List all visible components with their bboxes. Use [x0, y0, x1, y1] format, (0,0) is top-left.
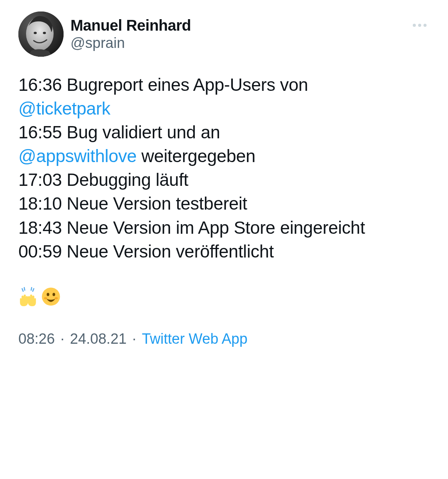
svg-point-2 [34, 32, 37, 34]
username[interactable]: @sprain [70, 35, 191, 51]
tweet-meta: 08:26 · 24.08.21 · Twitter Web App [18, 331, 430, 347]
tweet-line-2-suffix: weitergegeben [137, 146, 255, 166]
mention-appswithlove[interactable]: @appswithlove [18, 146, 137, 166]
tweet-header: Manuel Reinhard @sprain [18, 11, 430, 57]
raising-hands-icon [18, 287, 38, 306]
svg-point-4 [42, 287, 60, 305]
tweet-line-1-prefix: 16:36 Bugreport eines App-Users von [18, 75, 308, 95]
display-name[interactable]: Manuel Reinhard [70, 17, 191, 34]
tweet-text: 16:36 Bugreport eines App-Users von @tic… [18, 73, 430, 306]
tweet-container: Manuel Reinhard @sprain 16:36 Bugreport … [0, 0, 448, 359]
svg-point-6 [55, 297, 58, 299]
tweet-line-4: 18:10 Neue Version testbereit [18, 194, 247, 213]
tweet-line-3: 17:03 Debugging läuft [18, 170, 188, 190]
tweet-time[interactable]: 08:26 [18, 331, 55, 347]
emoji-row [18, 287, 430, 306]
svg-point-3 [43, 32, 46, 34]
user-names: Manuel Reinhard @sprain [70, 17, 191, 51]
tweet-line-2-prefix: 16:55 Bug validiert und an [18, 122, 220, 142]
meta-separator: · [127, 331, 142, 347]
tweet-source[interactable]: Twitter Web App [142, 331, 247, 347]
smiling-face-icon [41, 287, 60, 306]
ellipsis-icon [413, 24, 416, 27]
ellipsis-icon [418, 24, 421, 27]
tweet-line-6: 00:59 Neue Version veröffentlicht [18, 241, 274, 261]
avatar[interactable] [18, 11, 64, 57]
user-info[interactable]: Manuel Reinhard @sprain [18, 11, 191, 57]
tweet-line-5: 18:43 Neue Version im App Store eingerei… [18, 218, 365, 238]
avatar-image [18, 11, 64, 57]
more-options-button[interactable] [410, 21, 430, 30]
svg-point-5 [44, 297, 47, 299]
tweet-date[interactable]: 24.08.21 [70, 331, 127, 347]
meta-separator: · [55, 331, 70, 347]
mention-ticketpark[interactable]: @ticketpark [18, 98, 110, 118]
ellipsis-icon [423, 24, 427, 27]
